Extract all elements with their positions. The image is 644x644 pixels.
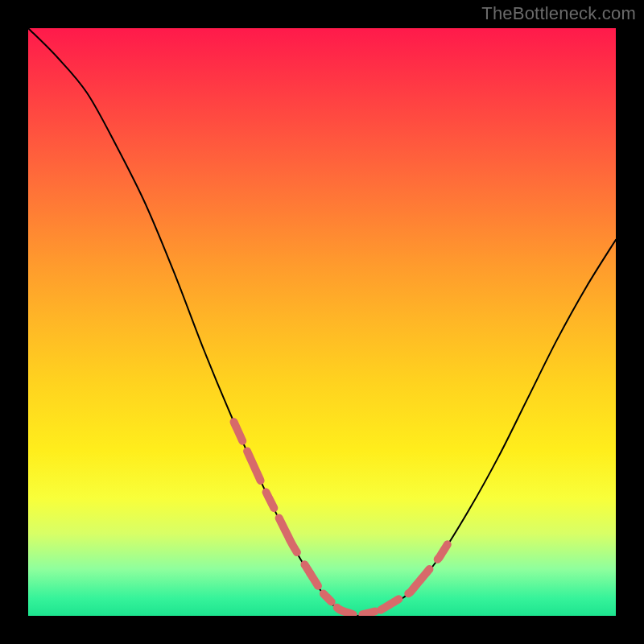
attribution-label: TheBottleneck.com [481, 3, 636, 24]
app-frame: TheBottleneck.com [0, 0, 644, 644]
curve-svg [28, 28, 616, 616]
bottleneck-curve [28, 28, 616, 616]
highlight-dash-valley [310, 573, 381, 615]
highlight-dash-0 [234, 422, 311, 573]
highlight-dashes [234, 422, 452, 615]
plot-area [28, 28, 616, 616]
highlight-dash-1 [381, 539, 452, 610]
